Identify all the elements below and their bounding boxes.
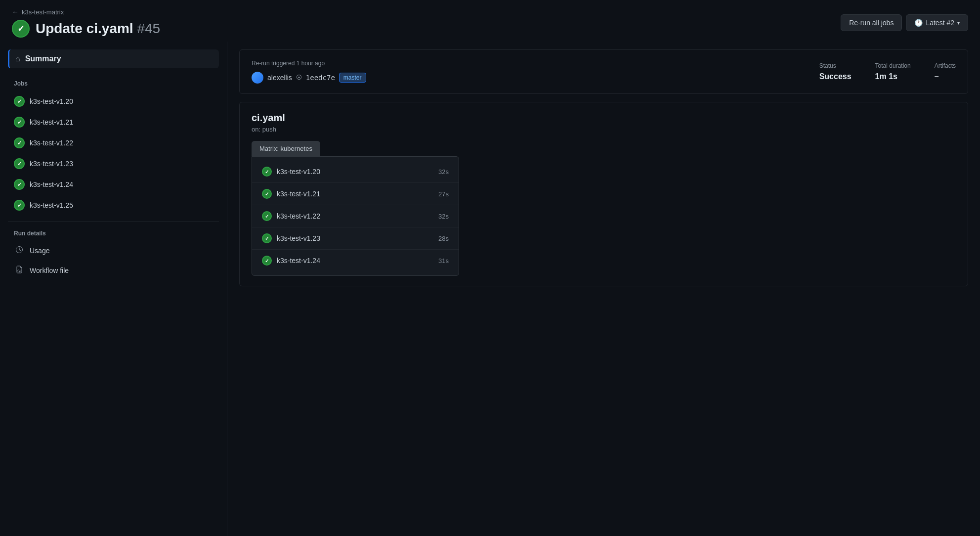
title-row: Update ci.yaml #45 (12, 20, 160, 38)
header: ← k3s-test-matrix Update ci.yaml #45 Re-… (0, 0, 980, 42)
job-success-icon-2 (14, 117, 25, 128)
matrix-job-row-5[interactable]: k3s-test-v1.24 31s (252, 250, 459, 271)
chevron-down-icon: ▾ (957, 20, 960, 26)
back-link[interactable]: ← k3s-test-matrix (12, 8, 160, 16)
back-arrow-icon: ← (12, 8, 19, 16)
page-container: ← k3s-test-matrix Update ci.yaml #45 Re-… (0, 0, 980, 536)
sidebar-divider (8, 222, 219, 222)
matrix-job-name-4: k3s-test-v1.23 (277, 234, 320, 242)
latest-run-button[interactable]: 🕐 Latest #2 ▾ (906, 14, 968, 31)
matrix-job-name-3: k3s-test-v1.22 (277, 212, 320, 220)
matrix-job-icon-3 (262, 211, 272, 221)
matrix-job-row-4[interactable]: k3s-test-v1.23 28s (252, 227, 459, 250)
sidebar-usage-item[interactable]: Usage (8, 241, 219, 261)
history-icon: 🕐 (914, 19, 923, 27)
matrix-job-duration-1: 32s (438, 168, 449, 176)
matrix-job-left-4: k3s-test-v1.23 (262, 233, 320, 243)
duration-value: 1m 1s (875, 72, 911, 81)
page-title: Update ci.yaml #45 (36, 21, 160, 37)
main-layout: ⌂ Summary Jobs k3s-test-v1.20 k3s-test-v… (0, 42, 980, 536)
matrix-job-name-2: k3s-test-v1.21 (277, 190, 320, 198)
sidebar-summary-item[interactable]: ⌂ Summary (8, 49, 219, 68)
status-label: Status (819, 62, 852, 69)
job-label-6: k3s-test-v1.25 (30, 201, 73, 209)
artifacts-section: Artifacts – (935, 62, 956, 81)
matrix-job-icon-5 (262, 256, 272, 266)
matrix-job-duration-5: 31s (438, 257, 449, 265)
job-label-3: k3s-test-v1.22 (30, 139, 73, 147)
sidebar-workflow-file-item[interactable]: Workflow file (8, 261, 219, 280)
matrix-jobs-panel: k3s-test-v1.20 32s k3s-test-v1.21 27s (252, 156, 459, 276)
matrix-job-left-5: k3s-test-v1.24 (262, 256, 320, 266)
sidebar-job-item-4[interactable]: k3s-test-v1.23 (8, 153, 219, 174)
matrix-job-row-3[interactable]: k3s-test-v1.22 32s (252, 205, 459, 227)
sidebar-summary-label: Summary (25, 54, 61, 63)
matrix-job-left-3: k3s-test-v1.22 (262, 211, 320, 221)
run-details-label: Run details (8, 228, 219, 239)
matrix-job-row-1[interactable]: k3s-test-v1.20 32s (252, 161, 459, 183)
job-label-1: k3s-test-v1.20 (30, 97, 73, 105)
sidebar-job-item-3[interactable]: k3s-test-v1.22 (8, 133, 219, 153)
header-actions: Re-run all jobs 🕐 Latest #2 ▾ (841, 14, 968, 31)
content-area: Re-run triggered 1 hour ago alexellis ⦿ … (227, 42, 980, 536)
avatar-image (252, 72, 263, 84)
status-value: Success (819, 72, 852, 81)
job-success-icon-3 (14, 137, 25, 148)
workflow-card: ci.yaml on: push Matrix: kubernetes k3s-… (239, 102, 968, 286)
trigger-section: Re-run triggered 1 hour ago alexellis ⦿ … (252, 60, 796, 84)
avatar (252, 72, 263, 84)
job-success-icon-4 (14, 158, 25, 169)
file-code-icon (14, 266, 25, 275)
matrix-job-duration-4: 28s (438, 235, 449, 242)
workflow-trigger: on: push (252, 126, 956, 133)
rerun-all-jobs-button[interactable]: Re-run all jobs (841, 14, 902, 31)
commit-author: alexellis (267, 74, 292, 82)
title-success-icon (12, 20, 30, 38)
usage-label: Usage (30, 247, 49, 255)
commit-hash-icon: ⦿ (296, 74, 302, 81)
commit-row: alexellis ⦿ 1eedc7e master (252, 72, 796, 84)
header-left: ← k3s-test-matrix Update ci.yaml #45 (12, 8, 160, 38)
workflow-file-label: Workflow file (30, 267, 69, 274)
duration-section: Total duration 1m 1s (875, 62, 911, 81)
artifacts-value: – (935, 72, 956, 81)
matrix-job-row-2[interactable]: k3s-test-v1.21 27s (252, 183, 459, 205)
matrix-job-left-2: k3s-test-v1.21 (262, 189, 320, 199)
matrix-job-left-1: k3s-test-v1.20 (262, 167, 320, 177)
job-success-icon-1 (14, 96, 25, 107)
matrix-tab-container: Matrix: kubernetes k3s-test-v1.20 32s (252, 141, 956, 276)
matrix-job-duration-3: 32s (438, 213, 449, 220)
svg-line-2 (19, 250, 21, 251)
artifacts-label: Artifacts (935, 62, 956, 69)
latest-run-label: Latest #2 (926, 19, 954, 27)
matrix-job-icon-2 (262, 189, 272, 199)
info-card: Re-run triggered 1 hour ago alexellis ⦿ … (239, 49, 968, 94)
matrix-job-name-1: k3s-test-v1.20 (277, 168, 320, 176)
back-link-label: k3s-test-matrix (22, 8, 64, 16)
run-number: #45 (137, 21, 160, 36)
matrix-job-name-5: k3s-test-v1.24 (277, 257, 320, 265)
job-label-5: k3s-test-v1.24 (30, 180, 73, 188)
matrix-tab[interactable]: Matrix: kubernetes (252, 141, 320, 156)
job-success-icon-5 (14, 179, 25, 190)
commit-hash: 1eedc7e (306, 74, 335, 82)
sidebar: ⌂ Summary Jobs k3s-test-v1.20 k3s-test-v… (0, 42, 227, 536)
status-section: Status Success (819, 62, 852, 81)
sidebar-job-item-6[interactable]: k3s-test-v1.25 (8, 195, 219, 216)
matrix-job-icon-1 (262, 167, 272, 177)
duration-label: Total duration (875, 62, 911, 69)
sidebar-job-item[interactable]: k3s-test-v1.20 (8, 91, 219, 112)
sidebar-job-item-2[interactable]: k3s-test-v1.21 (8, 112, 219, 133)
trigger-label: Re-run triggered 1 hour ago (252, 60, 796, 67)
page-title-text: Update ci.yaml (36, 21, 133, 36)
job-label-4: k3s-test-v1.23 (30, 160, 73, 168)
matrix-job-icon-4 (262, 233, 272, 243)
job-label-2: k3s-test-v1.21 (30, 118, 73, 126)
clock-icon (14, 246, 25, 256)
branch-badge: master (339, 73, 366, 83)
matrix-job-duration-2: 27s (438, 190, 449, 198)
jobs-section-label: Jobs (8, 76, 219, 89)
home-icon: ⌂ (15, 54, 20, 63)
sidebar-job-item-5[interactable]: k3s-test-v1.24 (8, 174, 219, 195)
workflow-title: ci.yaml (252, 112, 956, 124)
